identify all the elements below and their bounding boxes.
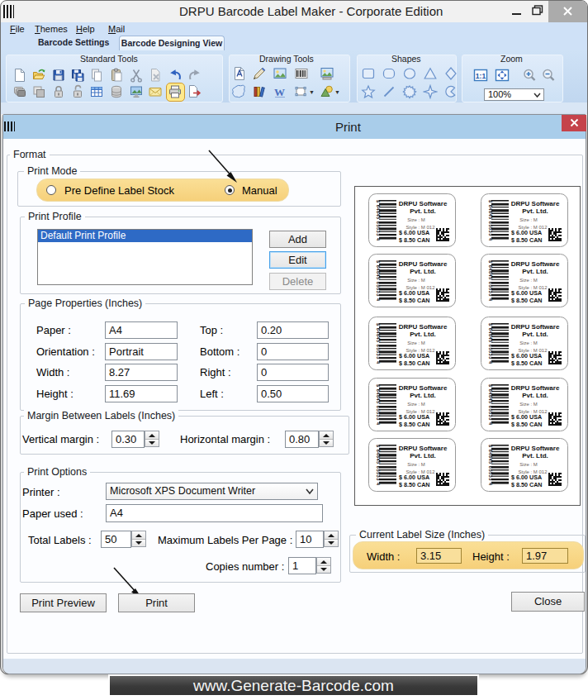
svg-text:W: W xyxy=(274,86,285,98)
svg-text:1:1: 1:1 xyxy=(476,72,486,80)
